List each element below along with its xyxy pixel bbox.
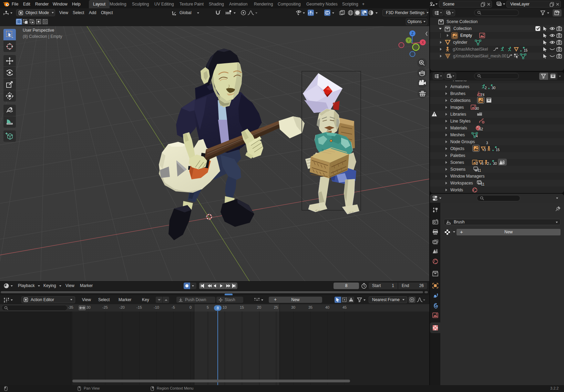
svg-text:Y: Y: [408, 39, 410, 42]
svg-text:X: X: [422, 41, 424, 44]
svg-text:Z: Z: [411, 32, 413, 35]
